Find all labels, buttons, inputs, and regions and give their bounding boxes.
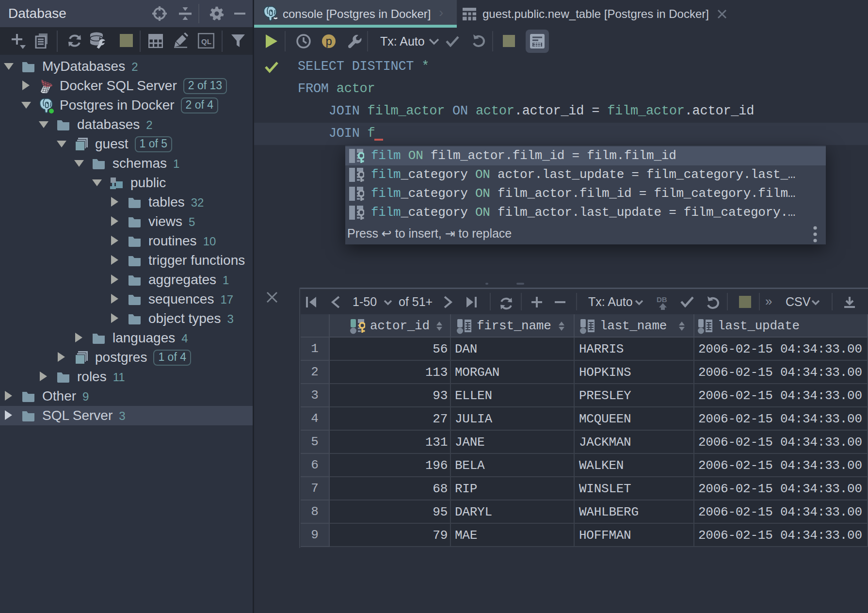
svg-text:DB: DB — [657, 296, 667, 304]
svg-text:p: p — [325, 35, 332, 48]
svg-text:QL: QL — [201, 37, 211, 46]
